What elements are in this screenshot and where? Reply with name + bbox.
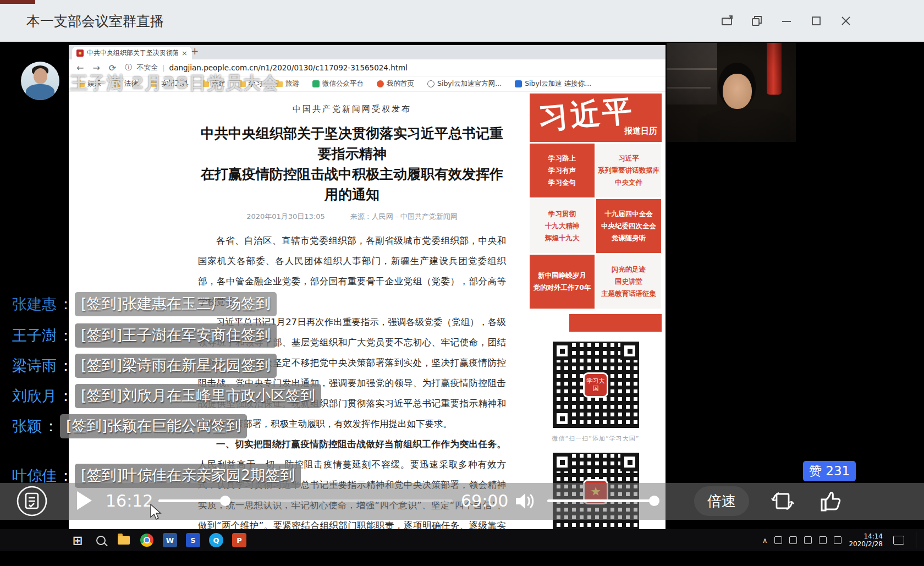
notification-center-icon[interactable]: [893, 536, 904, 545]
chat-sender: 刘欣月: [12, 386, 57, 406]
minimize-button[interactable]: [779, 13, 794, 29]
system-tray: ∧ 14:14 2020/2/28: [762, 532, 919, 548]
duplicate-window-icon[interactable]: [749, 13, 765, 29]
bookmark-item-sibyl-app[interactable]: Sibyl云加速 连接你...: [515, 79, 591, 89]
report-calendar-banner[interactable]: 习近平 报道日历: [530, 94, 662, 142]
qq-icon[interactable]: Q: [209, 533, 223, 547]
close-button[interactable]: [838, 13, 854, 29]
sibyl-icon: [515, 80, 522, 87]
chat-message: 王子澍 ： [签到]王子澍在军安商住签到: [12, 323, 277, 348]
browser-tabstrip: 中共中央组织部关于坚决贯彻落实 × +: [69, 45, 666, 59]
clock-date: 2020/2/28: [849, 540, 883, 548]
search-icon[interactable]: [94, 533, 108, 547]
article-meta: 2020年01月30日13:05 来源：人民网－中国共产党新闻网: [198, 212, 506, 222]
tray-network-icon[interactable]: [819, 536, 827, 544]
powerpoint-icon[interactable]: P: [232, 533, 246, 547]
new-tab-button[interactable]: +: [191, 46, 199, 57]
sidebar-box[interactable]: 习近平系列重要讲话数据库中央文件: [596, 144, 661, 197]
volume-icon[interactable]: [513, 490, 536, 514]
browser-tab[interactable]: 中共中央组织部关于坚决贯彻落实 ×: [72, 47, 192, 59]
window-titlebar: 本一支部会议室群直播: [0, 0, 924, 42]
tray-volume-icon[interactable]: [834, 536, 842, 544]
maximize-button[interactable]: [809, 13, 824, 29]
sidebar-box[interactable]: 学习贯彻十九大精神辉煌十九大: [530, 199, 595, 253]
qr-code-xuexidaguo: 学习大国: [551, 339, 641, 430]
banner-subtitle: 报道日历: [624, 126, 657, 136]
playback-speed-button[interactable]: 倍速: [694, 486, 749, 516]
qr-center-logo: 学习大国: [583, 372, 608, 398]
chat-message: 刘欣月 ： [签到]刘欣月在玉峰里市政小区签到: [12, 384, 321, 408]
taskbar-apps: ⊞ W S Q P: [70, 533, 246, 547]
tray-chevron-icon[interactable]: ∧: [762, 536, 768, 545]
chat-message: 梁诗雨 ： [签到]梁诗雨在新星花园签到: [12, 354, 277, 378]
tray-app-icon[interactable]: [804, 536, 812, 544]
url-divider: |: [162, 64, 164, 72]
host-avatar: [21, 62, 59, 100]
tray-app-icon[interactable]: [774, 536, 782, 544]
bookmark-item-wechat[interactable]: 微信公众平台: [312, 79, 364, 89]
article-title: 中共中央组织部关于坚决贯彻落实习近平总书记重要指示精神 在打赢疫情防控阻击战中积…: [198, 123, 506, 205]
word-icon[interactable]: W: [163, 533, 177, 547]
bookmark-item-weibo[interactable]: 我的首页: [377, 79, 414, 89]
chat-list-toggle-icon[interactable]: [15, 485, 48, 520]
tab-close-icon[interactable]: ×: [182, 49, 188, 57]
window-corner-artifact: [0, 0, 35, 4]
chat-text: [签到]王子澍在军安商住签到: [75, 323, 277, 348]
window-title: 本一支部会议室群直播: [26, 12, 164, 30]
shared-browser-window: 中共中央组织部关于坚决贯彻落实 × + ← → ⟳ ⓘ 不安全 | dangji…: [69, 45, 666, 529]
mouse-cursor: [150, 504, 164, 523]
sidebar-box[interactable]: 新中国峥嵘岁月党的对外工作70年: [530, 255, 595, 309]
weibo-icon: [377, 80, 384, 87]
chrome-icon[interactable]: [140, 533, 154, 547]
seek-bar[interactable]: [158, 499, 453, 502]
tab-title: 中共中央组织部关于坚决贯彻落实: [87, 48, 178, 58]
player-control-bar: 16:12 69:00 倍速: [0, 483, 924, 520]
duration-time: 69:00: [461, 491, 508, 510]
sidebar-box[interactable]: 闪光的足迹国史讲堂主题教育话语征集: [596, 255, 661, 309]
popout-pin-icon[interactable]: [719, 13, 735, 29]
chat-text: [签到]刘欣月在玉峰里市政小区签到: [75, 384, 321, 408]
bookmark-item-sibyl-site[interactable]: Sibyl云加速官方网...: [427, 79, 502, 89]
play-button[interactable]: [77, 491, 92, 510]
volume-handle[interactable]: [649, 496, 659, 506]
current-time: 16:12: [106, 491, 153, 510]
chat-text: [签到]张颖在巨能公寓签到: [60, 414, 247, 438]
chat-sender: 张建惠: [12, 294, 57, 314]
show-desktop-sliver[interactable]: [916, 532, 919, 548]
site-favicon-icon: [76, 50, 84, 57]
qr-caption: 微信“扫一扫”添加“学习大国”: [530, 435, 662, 443]
thumbs-up-icon[interactable]: [817, 487, 845, 517]
rotate-screen-icon[interactable]: [770, 488, 795, 516]
sidebar-box[interactable]: 十九届四中全会中央纪委四次全会党课随身听: [596, 199, 661, 253]
chat-sender: 梁诗雨: [12, 356, 57, 376]
url-text: dangjian.people.com.cn/n1/2020/0130/c117…: [169, 63, 408, 72]
article-date: 2020年01月30日13:05: [246, 212, 325, 222]
page-sidebar: 习近平 报道日历 学习路上学习有声学习金句 习近平系列重要讲话数据库中央文件 学…: [530, 94, 662, 530]
windows-taskbar: ⊞ W S Q P ∧ 14:14 2020/2/28: [0, 529, 924, 551]
chat-text: [签到]梁诗雨在新星花园签到: [75, 354, 277, 378]
tray-app-icon[interactable]: [789, 536, 797, 544]
wechat-icon: [312, 80, 320, 87]
chat-message: 张颖 ： [签到]张颖在巨能公寓签到: [12, 414, 247, 438]
sidebar-link-grid: 学习路上学习有声学习金句 习近平系列重要讲话数据库中央文件 学习贯彻十九大精神辉…: [530, 144, 662, 309]
volume-bar[interactable]: [547, 499, 657, 502]
sibyl-app-icon[interactable]: S: [186, 533, 200, 547]
chat-sender: 张颖: [12, 416, 42, 436]
article-source: 来源：人民网－中国共产党新闻网: [350, 212, 458, 222]
taskbar-clock[interactable]: 14:14 2020/2/28: [849, 532, 883, 548]
sidebar-box[interactable]: 学习路上学习有声学习金句: [530, 144, 595, 197]
chat-message: 张建惠 ： [签到]张建惠在玉三厂场签到: [12, 292, 277, 316]
sidebar-red-banner[interactable]: [569, 314, 662, 332]
start-button-icon[interactable]: ⊞: [70, 533, 85, 547]
article-masthead: 中国共产党新闻网受权发布: [198, 104, 506, 114]
seek-progress: [158, 499, 226, 502]
banner-title: 习近平: [537, 94, 636, 139]
clock-time: 14:14: [849, 532, 883, 540]
like-count-badge[interactable]: 赞 231: [803, 461, 856, 481]
chat-text: [签到]张建惠在玉三厂场签到: [75, 292, 277, 316]
chat-sender: 王子澍: [12, 326, 57, 345]
globe-icon: [427, 80, 435, 87]
seek-handle[interactable]: [220, 496, 230, 506]
live-broadcast-window: 本一支部会议室群直播 中共中央组织部关于坚决贯彻落实 × +: [0, 0, 924, 566]
file-explorer-icon[interactable]: [117, 533, 131, 547]
